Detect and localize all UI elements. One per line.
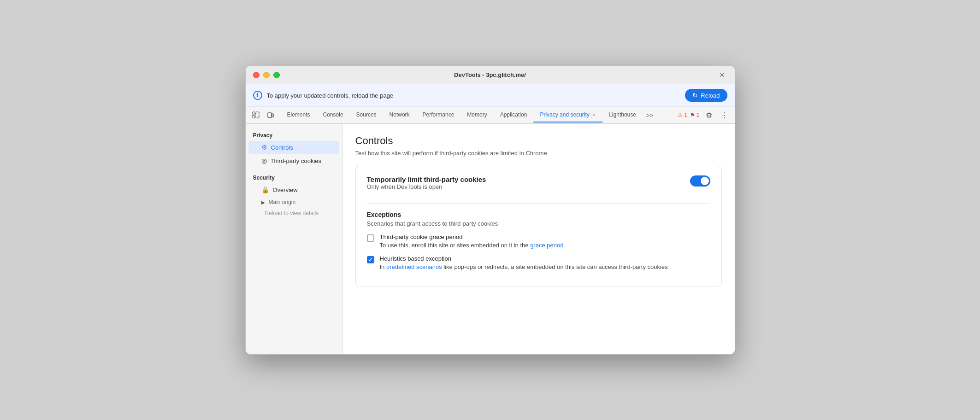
tab-application[interactable]: Application bbox=[494, 108, 534, 122]
card-title: Temporarily limit third-party cookies bbox=[367, 175, 486, 183]
cookies-icon: ◎ bbox=[261, 157, 267, 164]
devtools-window: DevTools - 3pc.glitch.me/ × ℹ To apply y… bbox=[245, 65, 735, 355]
lock-icon: 🔒 bbox=[261, 186, 269, 193]
settings-button[interactable]: ⚙ bbox=[703, 109, 715, 122]
tab-lighthouse[interactable]: Lighthouse bbox=[602, 108, 643, 122]
error-count: 1 bbox=[697, 112, 700, 118]
grace-period-desc: To use this, enroll this site or sites e… bbox=[380, 242, 564, 249]
sidebar-cookies-label: Third-party cookies bbox=[271, 158, 322, 164]
traffic-lights bbox=[253, 72, 280, 78]
svg-rect-0 bbox=[253, 112, 255, 114]
main-content: Privacy ⚙ Controls ◎ Third-party cookies… bbox=[246, 124, 735, 354]
grace-period-checkbox[interactable] bbox=[367, 234, 374, 242]
checkbox-row-grace-period: Third-party cookie grace period To use t… bbox=[367, 233, 710, 249]
limit-cookies-toggle[interactable] bbox=[690, 175, 710, 187]
page-title: Controls bbox=[355, 135, 722, 147]
sidebar-item-main-origin[interactable]: ▶ Main origin bbox=[248, 197, 339, 208]
warning-badge[interactable]: ⚠ 1 bbox=[678, 112, 687, 118]
more-tabs-button[interactable]: >> bbox=[643, 109, 657, 122]
content-panel: Controls Test how this site will perform… bbox=[342, 124, 735, 354]
tab-memory[interactable]: Memory bbox=[460, 108, 493, 122]
sidebar-overview-label: Overview bbox=[273, 187, 298, 193]
sidebar-item-overview[interactable]: 🔒 Overview bbox=[248, 183, 339, 196]
warning-count: 1 bbox=[684, 112, 687, 118]
sidebar-item-controls[interactable]: ⚙ Controls bbox=[248, 141, 339, 154]
svg-rect-2 bbox=[256, 112, 259, 118]
heuristics-checkbox-container[interactable] bbox=[367, 256, 374, 263]
reload-icon: ↻ bbox=[692, 92, 698, 99]
arrow-icon: ▶ bbox=[261, 200, 265, 205]
svg-rect-3 bbox=[268, 113, 272, 117]
reload-button-label: Reload bbox=[701, 92, 720, 99]
tab-network[interactable]: Network bbox=[383, 108, 416, 122]
heuristics-checkbox[interactable] bbox=[367, 256, 374, 263]
heuristics-title: Heuristics based exception bbox=[380, 255, 668, 262]
grace-period-desc-prefix: To use this, enroll this site or sites e… bbox=[380, 242, 531, 249]
page-subtitle: Test how this site will perform if third… bbox=[355, 150, 722, 157]
exceptions-title: Exceptions bbox=[367, 211, 710, 218]
toolbar-right: ⚠ 1 ⚑ 1 ⚙ ⋮ bbox=[678, 109, 731, 122]
notification-bar: ℹ To apply your updated controls, reload… bbox=[246, 84, 735, 107]
notification-text: To apply your updated controls, reload t… bbox=[267, 92, 681, 99]
card-header: Temporarily limit third-party cookies On… bbox=[367, 175, 710, 198]
sidebar-controls-label: Controls bbox=[271, 144, 293, 151]
more-options-button[interactable]: ⋮ bbox=[718, 109, 731, 122]
exceptions-section: Exceptions Scenarios that grant access t… bbox=[367, 211, 710, 270]
tab-console[interactable]: Console bbox=[317, 108, 350, 122]
window-title: DevTools - 3pc.glitch.me/ bbox=[454, 71, 526, 78]
grace-period-checkbox-container[interactable] bbox=[367, 234, 374, 242]
grace-period-title: Third-party cookie grace period bbox=[380, 233, 564, 240]
inspect-icon[interactable] bbox=[249, 109, 262, 122]
titlebar: DevTools - 3pc.glitch.me/ × bbox=[246, 66, 735, 84]
svg-rect-4 bbox=[272, 114, 273, 117]
error-badge[interactable]: ⚑ 1 bbox=[690, 112, 700, 118]
sidebar-item-third-party-cookies[interactable]: ◎ Third-party cookies bbox=[248, 154, 339, 167]
checkbox-row-heuristics: Heuristics based exception In predefined… bbox=[367, 255, 710, 270]
tab-sources[interactable]: Sources bbox=[350, 108, 383, 122]
window-close-button[interactable]: × bbox=[717, 70, 727, 80]
minimize-button[interactable] bbox=[263, 72, 270, 78]
tab-elements[interactable]: Elements bbox=[281, 108, 317, 122]
close-button[interactable] bbox=[253, 72, 260, 78]
sidebar-security-label: Security bbox=[246, 172, 342, 183]
heuristics-desc: In predefined scenarios like pop-ups or … bbox=[380, 263, 668, 270]
heuristics-desc-suffix: like pop-ups or redirects, a site embedd… bbox=[442, 263, 668, 270]
grace-period-link[interactable]: grace period bbox=[530, 242, 563, 249]
card-title-group: Temporarily limit third-party cookies On… bbox=[367, 175, 486, 198]
heuristics-link[interactable]: predefined scenarios bbox=[386, 263, 442, 270]
card-desc: Only when DevTools is open bbox=[367, 183, 486, 190]
controls-icon: ⚙ bbox=[261, 144, 267, 151]
tab-performance[interactable]: Performance bbox=[416, 108, 461, 122]
devtools-toolbar-icons bbox=[249, 107, 277, 123]
error-icon: ⚑ bbox=[690, 112, 695, 118]
svg-rect-1 bbox=[253, 115, 255, 118]
grace-period-label-group: Third-party cookie grace period To use t… bbox=[380, 233, 564, 249]
heuristics-desc-prefix: In bbox=[380, 263, 386, 270]
maximize-button[interactable] bbox=[273, 72, 280, 78]
sidebar-reload-hint: Reload to view details bbox=[246, 208, 342, 218]
controls-card: Temporarily limit third-party cookies On… bbox=[355, 166, 722, 286]
tabs-bar: Elements Console Sources Network Perform… bbox=[246, 107, 735, 124]
exceptions-desc: Scenarios that grant access to third-par… bbox=[367, 220, 710, 227]
tab-close-icon[interactable]: × bbox=[591, 112, 596, 117]
sidebar: Privacy ⚙ Controls ◎ Third-party cookies… bbox=[246, 124, 342, 354]
reload-button[interactable]: ↻ Reload bbox=[685, 89, 727, 102]
heuristics-label-group: Heuristics based exception In predefined… bbox=[380, 255, 668, 270]
sidebar-main-origin-label: Main origin bbox=[269, 199, 296, 205]
device-toolbar-icon[interactable] bbox=[264, 109, 277, 122]
toggle-track[interactable] bbox=[690, 175, 710, 187]
toggle-thumb bbox=[701, 177, 709, 185]
sidebar-privacy-label: Privacy bbox=[246, 129, 342, 140]
divider bbox=[367, 203, 710, 204]
info-icon: ℹ bbox=[253, 91, 262, 100]
tab-privacy-and-security[interactable]: Privacy and security × bbox=[533, 108, 602, 122]
warning-icon: ⚠ bbox=[678, 112, 683, 118]
